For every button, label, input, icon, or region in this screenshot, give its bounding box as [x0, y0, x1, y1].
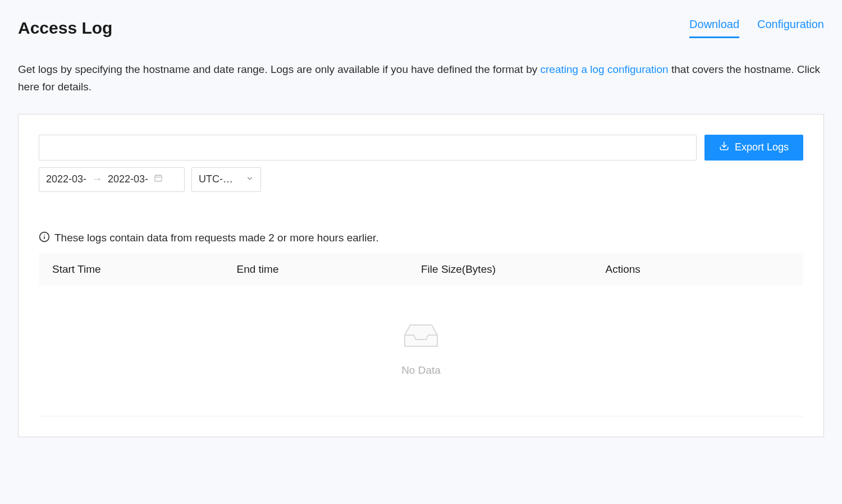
description-text: Get logs by specifying the hostname and … — [18, 61, 824, 96]
tab-configuration[interactable]: Configuration — [757, 18, 824, 38]
arrow-right-icon: → — [92, 173, 102, 185]
log-configuration-link[interactable]: creating a log configuration — [541, 63, 669, 75]
date-from: 2022-03- — [46, 173, 86, 185]
hostname-input[interactable] — [39, 135, 697, 161]
page-header: Access Log Download Configuration — [18, 18, 824, 38]
content-card: Export Logs 2022-03- → 2022-03- UTC-… Th… — [18, 114, 824, 437]
info-notice: These logs contain data from requests ma… — [39, 231, 803, 245]
tabs: Download Configuration — [689, 18, 824, 38]
download-icon — [719, 141, 729, 154]
controls-row: Export Logs — [39, 135, 803, 161]
chevron-down-icon — [246, 173, 254, 185]
date-to: 2022-03- — [108, 173, 148, 185]
column-actions: Actions — [606, 263, 790, 276]
column-start-time: Start Time — [52, 263, 237, 276]
export-button-label: Export Logs — [735, 141, 789, 153]
info-icon — [39, 231, 50, 245]
table-header: Start Time End time File Size(Bytes) Act… — [39, 253, 803, 286]
timezone-label: UTC-… — [199, 173, 233, 185]
empty-state-text: No Data — [401, 364, 441, 377]
column-file-size: File Size(Bytes) — [421, 263, 606, 276]
info-notice-text: These logs contain data from requests ma… — [54, 232, 379, 244]
tab-download[interactable]: Download — [689, 18, 739, 38]
timezone-select[interactable]: UTC-… — [191, 167, 261, 192]
page-title: Access Log — [18, 19, 112, 38]
filters-row: 2022-03- → 2022-03- UTC-… — [39, 167, 803, 192]
calendar-icon — [154, 173, 163, 185]
description-part1: Get logs by specifying the hostname and … — [18, 63, 541, 75]
svg-rect-1 — [155, 176, 162, 182]
date-range-picker[interactable]: 2022-03- → 2022-03- — [39, 167, 185, 192]
column-end-time: End time — [237, 263, 422, 276]
export-logs-button[interactable]: Export Logs — [704, 135, 803, 161]
empty-state: No Data — [39, 286, 803, 416]
inbox-icon — [399, 319, 443, 353]
